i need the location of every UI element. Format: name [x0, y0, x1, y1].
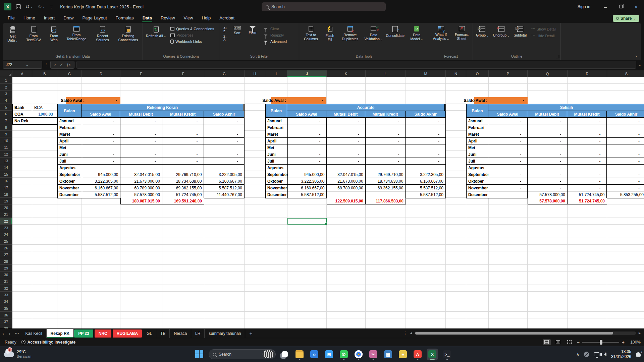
- dialog-launcher-icon[interactable]: [556, 55, 559, 58]
- row-header-32[interactable]: 32: [0, 285, 12, 292]
- value-cell[interactable]: -: [607, 151, 644, 158]
- zoom-out-icon[interactable]: −: [577, 340, 580, 345]
- value-cell[interactable]: -: [607, 185, 644, 191]
- value-cell[interactable]: -: [489, 144, 528, 151]
- value-cell[interactable]: -: [366, 124, 406, 131]
- value-cell[interactable]: 5.587.512,00: [406, 185, 445, 191]
- value-cell[interactable]: 6.160.667,00: [288, 185, 327, 191]
- row-header-33[interactable]: 33: [0, 292, 12, 298]
- value-cell[interactable]: -: [327, 118, 366, 124]
- month-cell[interactable]: Maret: [58, 131, 82, 138]
- value-cell[interactable]: -: [288, 165, 327, 171]
- customize-toolbar-button[interactable]: —⌄: [50, 5, 53, 8]
- value-cell[interactable]: -: [120, 124, 162, 131]
- value-cell[interactable]: -: [327, 138, 366, 144]
- taskbar-icon-file-explorer[interactable]: [294, 349, 305, 360]
- zoom-in-icon[interactable]: +: [622, 340, 625, 345]
- month-cell[interactable]: Mei: [58, 144, 82, 151]
- text-to-columns-button[interactable]: Text to Columns: [301, 25, 321, 42]
- remove-duplicates-button[interactable]: Remove Duplicates: [338, 25, 362, 42]
- row-header-28[interactable]: 28: [0, 258, 12, 265]
- value-cell[interactable]: -: [489, 191, 528, 198]
- value-cell[interactable]: -: [406, 138, 445, 144]
- value-cell[interactable]: 945.000,00: [288, 171, 327, 178]
- month-cell[interactable]: Juli: [266, 158, 288, 165]
- ribbon-tab-help[interactable]: Help: [197, 14, 215, 23]
- network-icon[interactable]: [594, 352, 599, 356]
- month-cell[interactable]: Oktober: [467, 178, 489, 185]
- row-header-23[interactable]: 23: [0, 225, 12, 231]
- month-cell[interactable]: Juni: [467, 151, 489, 158]
- consolidate-button[interactable]: Consolidate: [385, 25, 405, 39]
- value-cell[interactable]: 51.724.745,00: [162, 191, 204, 198]
- sheet-tab-pp-23[interactable]: PP 23: [74, 329, 93, 338]
- undo-button[interactable]: ↺⌄: [25, 4, 33, 10]
- value-cell[interactable]: 6.160.667,00: [204, 178, 244, 185]
- column-header-A[interactable]: A: [12, 70, 32, 77]
- value-cell[interactable]: -: [366, 158, 406, 165]
- hscroll-thumb[interactable]: [415, 332, 613, 335]
- workbook-links-button[interactable]: Workbook Links: [168, 39, 216, 44]
- value-cell[interactable]: 68.789.000,00: [120, 185, 162, 191]
- reapply-button[interactable]: Reapply: [261, 33, 289, 38]
- value-cell[interactable]: -: [607, 118, 644, 124]
- taskbar-icon-excel[interactable]: X: [427, 349, 438, 360]
- column-title-cell[interactable]: Saldo Awal: [82, 111, 120, 118]
- tabs-more-icon[interactable]: •••: [13, 331, 21, 335]
- value-cell[interactable]: -: [288, 144, 327, 151]
- value-cell[interactable]: -: [162, 131, 204, 138]
- column-header-F[interactable]: F: [162, 70, 204, 77]
- restore-button[interactable]: [613, 0, 629, 13]
- sheet-tab-rugilaba[interactable]: RUGILABA: [113, 329, 142, 338]
- value-cell[interactable]: 5.853.255,00: [607, 191, 644, 198]
- ribbon-tab-data[interactable]: Data: [138, 14, 156, 23]
- month-cell[interactable]: Januari: [266, 118, 288, 124]
- month-cell[interactable]: Oktober: [58, 178, 82, 185]
- queries-connections-button[interactable]: Queries & Connections: [168, 26, 216, 32]
- value-cell[interactable]: -: [366, 144, 406, 151]
- value-cell[interactable]: -: [568, 165, 607, 171]
- hscroll-right-arrow[interactable]: ►: [638, 331, 641, 335]
- sheet-canvas[interactable]: Saldo Awal :-Saldo Awal :-Saldo Awal :-B…: [12, 77, 644, 328]
- value-cell[interactable]: -: [288, 131, 327, 138]
- value-cell[interactable]: -: [568, 131, 607, 138]
- refresh-all-button[interactable]: Refresh All: [144, 25, 168, 40]
- value-cell[interactable]: 3.222.305,00: [204, 171, 244, 178]
- value-cell[interactable]: 5.587.512,00: [204, 185, 244, 191]
- value-cell[interactable]: -: [528, 185, 568, 191]
- month-cell[interactable]: Juli: [58, 158, 82, 165]
- taskbar-icon-chrome[interactable]: [353, 349, 364, 360]
- month-cell[interactable]: Desember: [266, 191, 288, 198]
- value-cell[interactable]: -: [607, 171, 644, 178]
- taskbar-icon-anydesk[interactable]: A: [412, 349, 423, 360]
- value-cell[interactable]: -: [607, 178, 644, 185]
- row-header-21[interactable]: 21: [0, 211, 12, 218]
- month-cell[interactable]: November: [467, 185, 489, 191]
- value-cell[interactable]: -: [120, 144, 162, 151]
- row-header-3[interactable]: 3: [0, 90, 12, 97]
- sheet-tab-gl[interactable]: GL: [143, 329, 156, 338]
- info-label[interactable]: No Rek: [13, 118, 32, 124]
- value-cell[interactable]: 51.724.745,00: [568, 191, 607, 198]
- value-cell[interactable]: 945.000,00: [82, 171, 121, 178]
- value-cell[interactable]: -: [162, 138, 204, 144]
- month-cell[interactable]: Mei: [266, 144, 288, 151]
- flash-fill-button[interactable]: Flash Fill: [322, 25, 338, 43]
- value-cell[interactable]: -: [607, 131, 644, 138]
- value-cell[interactable]: -: [568, 124, 607, 131]
- value-cell[interactable]: -: [162, 165, 204, 171]
- show-detail-button[interactable]: ⁺⁼Show Detail: [529, 26, 558, 32]
- bulan-header-cell[interactable]: Bulan: [58, 104, 82, 118]
- row-header-16[interactable]: 16: [0, 178, 12, 184]
- sheet-tab-summary-tahunan[interactable]: summary tahunan: [205, 329, 245, 338]
- value-cell[interactable]: -: [120, 138, 162, 144]
- value-cell[interactable]: -: [327, 144, 366, 151]
- expand-formula-bar-icon[interactable]: ⌄: [638, 63, 641, 67]
- value-cell[interactable]: 3.222.305,00: [406, 171, 445, 178]
- value-cell[interactable]: -: [204, 118, 244, 124]
- ribbon-tab-page-layout[interactable]: Page Layout: [78, 14, 111, 23]
- row-header-22[interactable]: 22: [0, 218, 12, 225]
- what-if-analysis-button[interactable]: What-If Analysis: [431, 25, 451, 42]
- value-cell[interactable]: -: [528, 131, 568, 138]
- row-header-34[interactable]: 34: [0, 298, 12, 305]
